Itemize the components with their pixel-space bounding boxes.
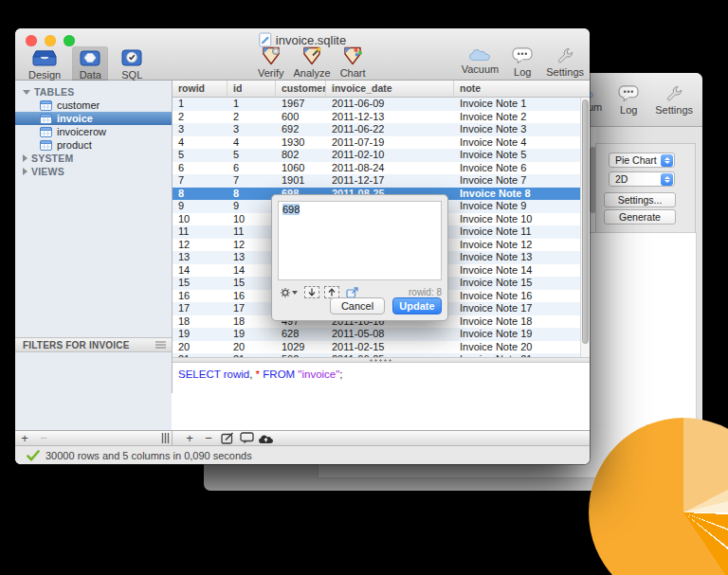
document-icon xyxy=(259,32,272,47)
window-title: invoice.sqlite xyxy=(259,32,346,47)
table-header: rowid id customer_id invoice_date note xyxy=(173,81,590,98)
table-footer: + − xyxy=(173,430,590,445)
database-window: invoice.sqlite Design Data xyxy=(15,28,590,464)
log-button[interactable]: Log xyxy=(511,46,534,78)
data-icon xyxy=(78,48,102,67)
gear-icon xyxy=(280,287,291,298)
analyze-tag-icon xyxy=(301,46,322,65)
chart-type-select[interactable]: Pie Chart xyxy=(609,153,675,168)
sql-icon xyxy=(119,48,144,67)
analyze-button[interactable]: Analyze xyxy=(294,46,331,79)
sidebar: TABLES customer invoice invoicerow produ… xyxy=(15,81,173,393)
add-filter-button[interactable]: + xyxy=(15,432,34,445)
speech-bubble-icon xyxy=(511,46,534,64)
window-header: invoice.sqlite Design Data xyxy=(15,28,590,81)
arrow-down-icon xyxy=(308,288,316,296)
log-button[interactable]: Log xyxy=(617,84,640,116)
disclosure-down-icon xyxy=(23,90,30,95)
cancel-button[interactable]: Cancel xyxy=(330,297,385,314)
edit-record-button[interactable] xyxy=(218,432,237,445)
status-bar: 30000 rows and 5 columns in 0,090 second… xyxy=(15,445,590,464)
column-header-customer-id[interactable]: customer_id xyxy=(276,81,326,97)
filters-menu-icon[interactable] xyxy=(155,341,166,349)
caret-down-icon xyxy=(292,291,298,295)
speech-bubble-icon xyxy=(617,84,640,102)
status-text: 30000 rows and 5 columns in 0,090 second… xyxy=(46,450,252,461)
table-icon xyxy=(40,127,52,137)
sql-button[interactable]: SQL xyxy=(114,46,150,82)
table-row[interactable]: 558022011-02-10Invoice Note 5 xyxy=(173,149,580,162)
sidebar-section-views[interactable]: VIEWS xyxy=(15,165,172,178)
chart-settings-button[interactable]: Settings... xyxy=(604,192,676,207)
table-icon xyxy=(40,100,52,111)
chart-dimension-select[interactable]: 2D xyxy=(609,171,675,187)
sidebar-table-invoicerow[interactable]: invoicerow xyxy=(15,125,172,138)
wrench-icon xyxy=(555,46,574,64)
action-toolbar: Verify Analyze xyxy=(258,46,366,79)
update-button[interactable]: Update xyxy=(392,297,442,314)
popup-buttons: Cancel Update xyxy=(330,297,442,314)
pie-chart xyxy=(589,418,728,575)
sidebar-footer: + − xyxy=(15,430,173,445)
columns-handle-icon[interactable] xyxy=(161,430,170,447)
column-header-note[interactable]: note xyxy=(454,81,590,97)
table-tree: TABLES customer invoice invoicerow produ… xyxy=(15,81,172,178)
delete-row-button[interactable]: − xyxy=(199,432,218,445)
popup-rowid-label: rowid: 8 xyxy=(409,287,442,297)
close-button[interactable] xyxy=(26,35,37,46)
comment-button[interactable] xyxy=(237,432,256,445)
stepper-icon xyxy=(661,154,673,167)
settings-button[interactable]: Settings xyxy=(546,46,584,78)
sidebar-section-tables[interactable]: TABLES xyxy=(15,85,172,99)
table-row[interactable]: 1119672011-06-09Invoice Note 1 xyxy=(173,98,580,111)
data-button[interactable]: Data xyxy=(72,46,108,82)
utility-toolbar: Vacuum Log Settings xyxy=(462,46,584,78)
sidebar-section-system[interactable]: SYSTEM xyxy=(15,152,172,165)
success-check-icon xyxy=(27,450,40,461)
column-header-rowid[interactable]: rowid xyxy=(173,81,228,97)
table-row[interactable]: 226002011-12-13Invoice Note 2 xyxy=(173,111,580,124)
column-header-id[interactable]: id xyxy=(228,81,276,97)
remove-filter-button[interactable]: − xyxy=(34,432,53,445)
chart-generate-button[interactable]: Generate xyxy=(604,209,676,225)
resize-dots-icon xyxy=(369,359,393,362)
sql-editor[interactable]: SELECT rowid, * FROM "invoice"; xyxy=(173,363,590,430)
arrow-up-icon xyxy=(328,288,336,296)
add-row-button[interactable]: + xyxy=(180,432,199,445)
minimize-button[interactable] xyxy=(45,35,56,46)
table-row[interactable]: 7719012011-12-17Invoice Note 7 xyxy=(173,174,580,188)
cell-edit-popup: 698 xyxy=(271,194,448,321)
vacuum-button[interactable]: Vacuum xyxy=(462,46,500,78)
design-button[interactable]: Design xyxy=(23,46,66,82)
table-row[interactable]: 4419302011-07-19Invoice Note 4 xyxy=(173,136,580,150)
cell-value-editor[interactable]: 698 xyxy=(278,201,442,280)
table-icon xyxy=(40,140,52,151)
gear-menu-button[interactable] xyxy=(278,286,300,299)
filters-area xyxy=(15,352,172,430)
table-row[interactable]: 336922011-06-22Invoice Note 3 xyxy=(173,123,580,136)
filters-header: FILTERS FOR INVOICE xyxy=(15,337,172,352)
mode-toolbar: Design Data SQL xyxy=(23,46,150,82)
sidebar-table-invoice[interactable]: invoice xyxy=(15,112,172,125)
selected-text: 698 xyxy=(282,204,300,215)
column-header-invoice-date[interactable]: invoice_date xyxy=(326,81,454,97)
zoom-button[interactable] xyxy=(64,35,75,46)
table-scrollbar[interactable] xyxy=(580,98,590,357)
table-row[interactable]: 6610602011-08-24Invoice Note 6 xyxy=(173,162,580,175)
desktop: Vacuum Log Settings xyxy=(0,0,728,575)
table-row[interactable]: 19196282011-05-08Invoice Note 19 xyxy=(173,328,580,341)
disclosure-right-icon xyxy=(23,154,27,162)
table-icon xyxy=(40,114,52,124)
previous-record-button[interactable] xyxy=(304,286,319,298)
sidebar-table-product[interactable]: product xyxy=(15,138,172,152)
verify-button[interactable]: Verify xyxy=(258,46,284,79)
cloud-upload-button[interactable] xyxy=(256,432,275,445)
design-icon xyxy=(32,48,57,67)
chart-button[interactable]: Chart xyxy=(340,46,366,79)
table-scrollbar-thumb[interactable] xyxy=(582,99,589,344)
table-row[interactable]: 202010292011-02-15Invoice Note 20 xyxy=(173,341,580,354)
settings-button[interactable]: Settings xyxy=(655,84,693,116)
sidebar-table-customer[interactable]: customer xyxy=(15,99,172,112)
stepper-icon xyxy=(661,173,673,186)
external-link-icon xyxy=(346,287,359,298)
